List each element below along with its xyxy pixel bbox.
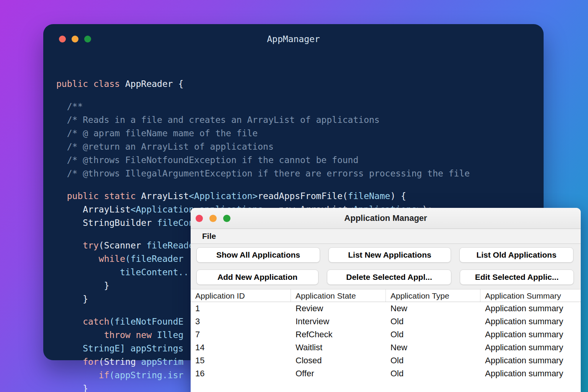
code-line: /* Reads in a file and creates an ArrayL… xyxy=(56,113,544,127)
application-manager-window: Application Manager File Show All Applic… xyxy=(191,208,581,392)
toolbar: Show All ApplicationsList New Applicatio… xyxy=(191,244,581,289)
code-token-plain: (Scanner xyxy=(99,240,147,250)
code-line: /* @throws IllegalArgumentException if t… xyxy=(56,167,544,180)
table-row[interactable]: 3InterviewOldApplication summary xyxy=(191,315,581,328)
code-line: /* @ apram fileName mame of the file xyxy=(56,127,544,140)
table-cell: Old xyxy=(386,354,480,367)
code-token-comment: /* @return an ArrayList of applications xyxy=(67,142,274,152)
column-header-application-state[interactable]: Application State xyxy=(291,289,386,302)
table-cell: Application summary xyxy=(480,315,581,328)
code-token-keyword: while xyxy=(99,254,125,264)
code-line: public static ArrayList<Application>read… xyxy=(56,189,544,203)
toolbar-row-2: Add New ApplicationDelete Selected Appl.… xyxy=(196,270,575,285)
code-token-comment: /** xyxy=(67,101,83,111)
table-cell: 15 xyxy=(191,354,291,367)
table-cell: Old xyxy=(386,315,480,328)
code-token-ident: tileContent.. xyxy=(120,267,189,277)
table-cell: 7 xyxy=(191,328,291,341)
code-token-ident: (appString.isr xyxy=(109,370,183,380)
table-row[interactable]: 7RefCheckOldApplication summary xyxy=(191,328,581,341)
column-header-application-summary[interactable]: Application Summary xyxy=(480,289,581,302)
table-cell: Application summary xyxy=(480,302,581,315)
table-cell: Offer xyxy=(291,367,386,380)
code-blank-line xyxy=(56,91,544,100)
code-token-ident: fileReade xyxy=(146,240,194,250)
code-line: /* @return an ArrayList of applications xyxy=(56,140,544,154)
editor-window-title: AppManager xyxy=(43,34,544,44)
app-window-title: Application Manager xyxy=(191,213,581,223)
code-line: public class AppReader { xyxy=(56,77,544,91)
table-row[interactable]: 15ClosedOldApplication summary xyxy=(191,354,581,367)
code-token-plain: StringBuilder xyxy=(83,218,157,228)
table-cell: 3 xyxy=(191,315,291,328)
code-token-plain: ArrayList xyxy=(83,204,131,214)
edit-selected-applic-button[interactable]: Edit Selected Applic... xyxy=(460,270,574,285)
list-old-applications-button[interactable]: List Old Applications xyxy=(459,247,573,263)
code-line: /* @throws FileNotfoundException if the … xyxy=(56,154,544,167)
code-token-ident: (fileNotFoundE xyxy=(109,317,184,327)
toolbar-row-1: Show All ApplicationsList New Applicatio… xyxy=(196,247,575,263)
code-token-comment: /* @throws FileNotfoundException if the … xyxy=(67,155,359,165)
code-token-plain: ) { xyxy=(390,191,406,201)
table-cell: Review xyxy=(291,302,386,315)
table-cell: 1 xyxy=(191,302,291,315)
code-token-ident: <Application> xyxy=(189,191,258,201)
column-header-application-type[interactable]: Application Type xyxy=(386,289,480,302)
code-token-ident: Illeg xyxy=(152,330,183,340)
code-token-ident: (fileReader xyxy=(125,254,183,264)
code-token-plain: } xyxy=(104,281,109,291)
table-cell: Interview xyxy=(291,315,386,328)
code-token-ident: StringE] appStrings xyxy=(83,343,183,353)
code-token-ident: appStrim xyxy=(141,357,184,367)
menu-file[interactable]: File xyxy=(200,232,218,241)
code-token-comment: /* Reads in a file and creates an ArrayL… xyxy=(67,115,380,125)
code-token-keyword: public static xyxy=(67,191,136,201)
column-header-application-id[interactable]: Application ID xyxy=(191,289,291,302)
code-line: /** xyxy=(56,100,544,113)
code-token-plain: AppReader { xyxy=(120,79,183,89)
code-token-comment: /* @throws IllegalArgumentException if t… xyxy=(67,168,470,178)
table-cell: Waitlist xyxy=(291,341,386,354)
table-cell: Application summary xyxy=(480,328,581,341)
show-all-applications-button[interactable]: Show All Applications xyxy=(196,247,320,263)
code-token-keyword: if xyxy=(99,370,109,380)
code-token-ident: fileName xyxy=(348,191,390,201)
table-cell: Application summary xyxy=(480,367,581,380)
list-new-applications-button[interactable]: List New Applications xyxy=(328,247,451,263)
code-token-keyword: for xyxy=(83,357,99,367)
table-row[interactable]: 16OfferOldApplication summary xyxy=(191,367,581,380)
code-token-plain: ArrayList xyxy=(136,191,189,201)
app-titlebar[interactable]: Application Manager xyxy=(191,208,581,229)
code-token-keyword: public class xyxy=(56,79,120,89)
table-cell: New xyxy=(386,302,480,315)
applications-table: Application IDApplication StateApplicati… xyxy=(191,289,581,380)
table-body: 1ReviewNewApplication summary3InterviewO… xyxy=(191,302,581,380)
table-cell: Application summary xyxy=(480,341,581,354)
add-new-application-button[interactable]: Add New Application xyxy=(196,270,318,285)
code-token-keyword: try xyxy=(83,240,99,250)
table-cell: RefCheck xyxy=(291,328,386,341)
editor-titlebar[interactable]: AppManager xyxy=(43,24,544,53)
code-token-plain: readAppsFromFile( xyxy=(258,191,348,201)
code-blank-line xyxy=(56,180,544,189)
table-cell: Closed xyxy=(291,354,386,367)
table-cell: 14 xyxy=(191,341,291,354)
code-token-keyword: catch xyxy=(83,317,109,327)
table-cell: Old xyxy=(386,328,480,341)
code-token-keyword: throw new xyxy=(104,330,152,340)
table-cell: 16 xyxy=(191,367,291,380)
code-token-ident: <Application xyxy=(131,204,194,214)
code-token-comment: /* @ apram fileName mame of the file xyxy=(67,128,258,138)
code-token-plain: } xyxy=(83,384,88,392)
table-cell: Application summary xyxy=(480,354,581,367)
table-row[interactable]: 1ReviewNewApplication summary xyxy=(191,302,581,315)
table-cell: Old xyxy=(386,367,480,380)
table-row[interactable]: 14WaitlistNewApplication summary xyxy=(191,341,581,354)
table-header-row: Application IDApplication StateApplicati… xyxy=(191,289,581,302)
menu-bar: File xyxy=(191,229,581,244)
code-token-plain: } xyxy=(83,294,88,304)
delete-selected-appl-button[interactable]: Delete Selected Appl... xyxy=(327,270,451,285)
table-cell: New xyxy=(386,341,480,354)
code-token-plain: (String xyxy=(99,357,141,367)
